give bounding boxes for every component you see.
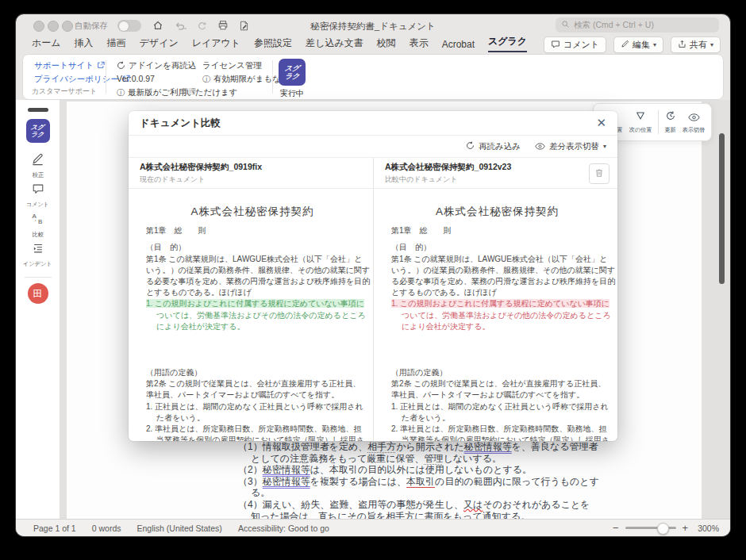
indent-icon [32, 242, 44, 258]
reload-addin-button[interactable]: アドインを再読込 [117, 60, 196, 71]
home-icon[interactable] [152, 20, 163, 31]
addin-version: Ver:0.0.97 [117, 74, 155, 83]
contract-line: により会社が決定する。 [391, 321, 603, 332]
tab-ホーム[interactable]: ホーム [32, 36, 61, 52]
window-zoom-button[interactable] [62, 21, 73, 32]
vertical-scrollbar[interactable] [719, 133, 725, 284]
language-indicator[interactable]: English (United States) [137, 524, 221, 533]
diff-display-toggle[interactable]: 差分表示切替▾ [535, 141, 606, 152]
document-line: （3）秘密情報等を複製する場合には、本取引の目的の範囲内に限って行うものとす [238, 476, 599, 488]
contract-line: （目 的） [146, 242, 359, 253]
page-indicator[interactable]: Page 1 of 1 [33, 524, 76, 533]
contract-line: ついては、労働基準法およびその他の法令の定めるところ [391, 310, 603, 321]
contract-line: ついては、労働基準法およびその他の法令の定めるところ [146, 310, 359, 321]
zoom-slider[interactable] [625, 527, 676, 529]
contract-line: 1. 正社員とは、期間の定めなく正社員という呼称で採用され [391, 401, 603, 412]
word-count[interactable]: 0 words [92, 524, 121, 533]
spacer [146, 332, 359, 367]
compared-document-name: A株式会社秘密保持契約_0912v23 [385, 162, 608, 173]
contract-line: 第1章 総 則 [391, 225, 603, 236]
contract-line: 第1条 この就業規則は、LAWGUE株式会社（以下「会社」と [146, 254, 359, 265]
comment-icon [32, 182, 44, 198]
remove-document-button[interactable] [589, 163, 609, 184]
ribbon-tabbar: ホーム挿入描画デザインレイアウト参照設定差し込み文書校閲表示Acrobatスグラ… [16, 36, 730, 54]
search-input[interactable]: 検索 (Cmd + Ctrl + U) [556, 17, 719, 33]
undo-icon[interactable] [174, 21, 186, 31]
contract-line: 第1条 この就業規則は、LAWGUE株式会社（以下「会社」と [391, 254, 603, 265]
support-site-link[interactable]: サポートサイト [34, 60, 105, 71]
window-minimize-button[interactable] [48, 21, 59, 32]
zoom-in-button[interactable]: + [683, 522, 689, 534]
privacy-policy-link[interactable]: プライバシーポリシー [34, 74, 130, 85]
zoom-level[interactable]: 300% [698, 524, 719, 533]
tab-レイアウト[interactable]: レイアウト [192, 36, 240, 52]
zoom-slider-thumb[interactable] [657, 523, 669, 535]
close-icon[interactable]: ✕ [596, 116, 606, 130]
toolbar-button-更新[interactable]: 更新 [664, 110, 676, 134]
tab-スグラク[interactable]: スグラク [488, 35, 527, 52]
spacer [391, 219, 603, 225]
current-document-name: A株式会社秘密保持契約_0919fix [140, 162, 363, 173]
info-icon: ⓘ [202, 74, 210, 85]
redo-icon[interactable] [197, 21, 207, 31]
document-edit-icon[interactable] [239, 21, 249, 31]
eye-icon [535, 142, 545, 152]
contract-line: （用語の定義） [391, 367, 603, 378]
window-title: 秘密保持契約書_ドキュメント [310, 21, 436, 33]
tab-Acrobat[interactable]: Acrobat [442, 39, 475, 52]
document-compare-dialog: ドキュメント比較 ✕ 再読み込み 差分表示切替▾ A株式会社秘密保持契約_091… [129, 111, 617, 441]
statusbar: Page 1 of 10 wordsEnglish (United States… [16, 519, 730, 536]
spacer [146, 236, 359, 242]
tab-校閲[interactable]: 校閲 [377, 36, 396, 52]
contract-line: 2. 準社員とは、所定勤務日数、所定勤務時間数、勤務地、担 [391, 424, 603, 435]
sidebar-item-比較[interactable]: A,B比較 [21, 212, 54, 239]
tab-表示[interactable]: 表示 [410, 36, 429, 52]
sidebar-item-インデント[interactable]: インデント [21, 242, 54, 268]
editing-mode-button[interactable]: 編集▾ [613, 36, 663, 53]
contract-line: （目 的） [391, 242, 603, 253]
svg-text:B: B [38, 218, 42, 225]
zoom-out-button[interactable]: − [613, 522, 619, 534]
avatar[interactable]: 田 [28, 283, 48, 304]
document-line: る。 [238, 487, 599, 499]
comments-button[interactable]: コメント [544, 36, 606, 53]
toolbar-button-次の位置[interactable]: 次の位置 [629, 110, 652, 134]
accessibility-status[interactable]: Accessibility: Good to go [238, 524, 329, 533]
search-icon [561, 20, 570, 30]
search-placeholder: 検索 (Cmd + Ctrl + U) [574, 20, 654, 31]
tab-挿入[interactable]: 挿入 [75, 36, 94, 52]
compare-icon: A,B [31, 212, 44, 228]
autosave-toggle[interactable] [117, 20, 141, 32]
reload-button[interactable]: 再読み込み [466, 141, 521, 152]
contract-line: る必要な事項を定め、業務の円滑な運営および秩序維持を目的 [146, 276, 359, 287]
contract-title: A株式会社秘密保持契約 [146, 197, 359, 219]
toolbar-button-表示切替[interactable]: 表示切替 [682, 110, 706, 134]
print-icon[interactable] [217, 20, 229, 31]
contract-line: る必要な事項を定め、業務の円滑な運営および秩序維持を目的 [391, 276, 603, 287]
share-button[interactable]: 共有▾ [671, 36, 721, 53]
sidebar-item-コメント[interactable]: コメント [21, 182, 54, 209]
spacer [146, 219, 359, 225]
document-line: としての注意義務をもって厳重に保管、管理しないする。 [238, 453, 599, 465]
contract-line: 当業務等を個別の雇用契約において特定（限定）し採用さ [391, 435, 603, 441]
tab-描画[interactable]: 描画 [107, 36, 126, 52]
sidebar-drag-handle[interactable] [28, 108, 48, 112]
compared-document-pane[interactable]: A株式会社秘密保持契約第1章 総 則（目 的）第1条 この就業規則は、LAWGU… [373, 189, 617, 441]
license-management-button[interactable]: ライセンス管理 [202, 60, 262, 71]
sidebar-item-校正[interactable]: 校正 [21, 152, 54, 179]
tab-差し込み文書[interactable]: 差し込み文書 [306, 36, 363, 52]
suguraku-sidebar-logo[interactable]: スグラク [26, 119, 50, 143]
contract-line: 第2条 この規則で従業員とは、会社が直接雇用する正社員、 [146, 378, 359, 389]
contract-line: とするものである。ほげほげ [391, 287, 603, 298]
document-text: （1）情報取扱管理者を定め、相手方から開示された秘密情報等を、善良なる管理者とし… [238, 441, 599, 520]
window-close-button[interactable] [33, 21, 44, 32]
comment-bubble-icon [551, 40, 560, 51]
current-document-pane[interactable]: A株式会社秘密保持契約第1章 総 則（目 的）第1条 この就業規則は、LAWGU… [129, 189, 373, 441]
contract-line: た者をいう。 [391, 412, 603, 424]
suguraku-logo[interactable]: スグラク [279, 59, 306, 86]
triangle-down-icon [635, 110, 646, 125]
tab-デザイン[interactable]: デザイン [140, 36, 179, 52]
document-line: （2）秘密情報等は、本取引の目的以外には使用しないものとする。 [238, 464, 599, 476]
tab-参照設定[interactable]: 参照設定 [254, 36, 292, 52]
autosave-label: 自動保存 [75, 21, 108, 32]
